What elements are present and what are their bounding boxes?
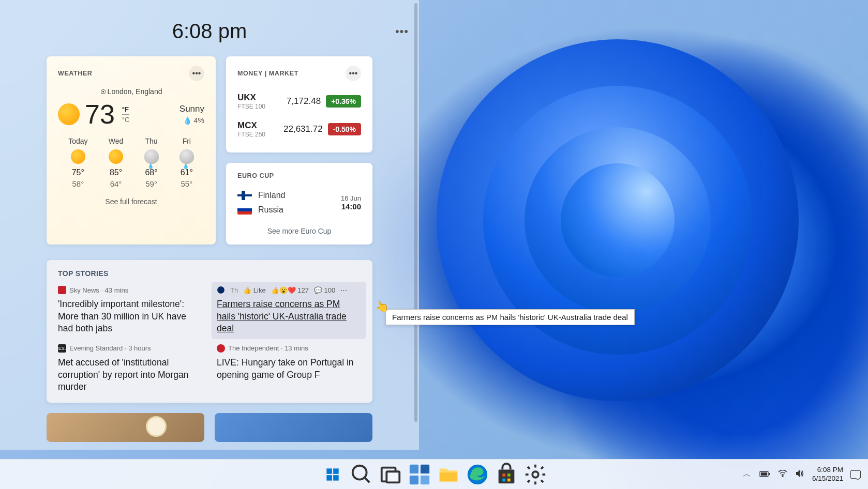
weather-title: WEATHER bbox=[58, 70, 92, 77]
svg-rect-11 bbox=[421, 475, 429, 484]
svg-rect-14 bbox=[499, 469, 515, 483]
current-temp: 73 bbox=[85, 101, 115, 128]
svg-rect-1 bbox=[333, 468, 339, 474]
svg-rect-16 bbox=[507, 473, 511, 477]
story-headline: Met accused of 'institutional corruption… bbox=[58, 357, 202, 393]
panel-menu-button[interactable]: ••• bbox=[395, 25, 409, 38]
forecast-day[interactable]: Wed85°64° bbox=[109, 137, 124, 188]
weather-condition: Sunny 💧 4% bbox=[179, 104, 204, 125]
svg-rect-17 bbox=[502, 478, 505, 481]
news-story[interactable]: The Independent · 13 minsLIVE: Hungary t… bbox=[217, 344, 361, 393]
start-button[interactable] bbox=[321, 463, 345, 486]
svg-line-5 bbox=[365, 477, 370, 482]
svg-rect-8 bbox=[410, 464, 418, 473]
svg-rect-10 bbox=[410, 475, 418, 484]
weather-more-button[interactable]: ••• bbox=[189, 66, 204, 81]
news-story[interactable]: Sky News · 43 mins'Incredibly important … bbox=[58, 286, 202, 335]
money-widget[interactable]: MONEY | MARKET ••• UKXFTSE 100 7,172.48+… bbox=[226, 56, 372, 152]
news-title: TOP STORIES bbox=[58, 269, 361, 278]
svg-point-4 bbox=[353, 465, 367, 479]
weather-widget[interactable]: WEATHER ••• London, England 73 °F °C Sun… bbox=[47, 56, 216, 244]
task-view-button[interactable] bbox=[379, 463, 402, 486]
taskbar-clock[interactable]: 6:08 PM 6/15/2021 bbox=[812, 466, 843, 483]
team-row: Finland bbox=[237, 191, 285, 200]
team-row: Russia bbox=[237, 205, 285, 215]
store-button[interactable] bbox=[495, 463, 518, 486]
news-image-tile[interactable] bbox=[215, 413, 372, 442]
sports-widget[interactable]: EURO CUP Finland Russia 16 Jun 14:00 See… bbox=[226, 163, 372, 244]
news-story[interactable]: ES. Evening Standard · 3 hoursMet accuse… bbox=[58, 344, 202, 393]
sports-more-link[interactable]: See more Euro Cup bbox=[237, 227, 361, 235]
svg-rect-12 bbox=[440, 472, 458, 481]
money-more-button[interactable]: ••• bbox=[346, 66, 361, 81]
news-image-tile[interactable] bbox=[47, 413, 204, 442]
source-badge-icon bbox=[217, 286, 225, 294]
weather-location: London, England bbox=[58, 87, 204, 96]
rain-icon bbox=[144, 149, 159, 164]
svg-rect-18 bbox=[507, 478, 511, 481]
svg-point-23 bbox=[782, 476, 783, 477]
panel-clock: 6:08 pm ••• bbox=[47, 20, 372, 43]
source-badge-icon bbox=[217, 344, 225, 353]
search-button[interactable] bbox=[350, 463, 373, 486]
settings-button[interactable] bbox=[523, 463, 547, 486]
full-forecast-link[interactable]: See full forecast bbox=[58, 197, 204, 206]
scrollbar[interactable] bbox=[414, 3, 417, 422]
comments-count[interactable]: 💬 100 bbox=[314, 286, 335, 294]
source-badge-icon bbox=[58, 286, 66, 294]
news-story[interactable]: Th 👍 Like 👍😮❤️ 127 💬 100 ⋯ Farmers raise… bbox=[212, 282, 366, 339]
story-more-button[interactable]: ⋯ bbox=[340, 286, 347, 294]
money-title: MONEY | MARKET bbox=[237, 70, 298, 77]
link-tooltip: Farmers raise concerns as PM hails 'hist… bbox=[385, 309, 635, 325]
match-time: 16 Jun 14:00 bbox=[341, 194, 361, 211]
top-stories-widget[interactable]: TOP STORIES Sky News · 43 mins'Incredibl… bbox=[47, 260, 372, 403]
flag-finland-icon bbox=[237, 191, 252, 200]
like-button[interactable]: 👍 Like bbox=[243, 286, 265, 294]
svg-rect-9 bbox=[421, 464, 429, 473]
sun-icon bbox=[58, 103, 80, 125]
flag-russia-icon bbox=[237, 205, 252, 215]
svg-rect-21 bbox=[761, 472, 767, 476]
sun-icon bbox=[71, 149, 85, 164]
sun-icon bbox=[109, 149, 123, 164]
forecast-day[interactable]: Thu68°59° bbox=[144, 137, 159, 188]
svg-rect-7 bbox=[386, 471, 399, 482]
forecast-day[interactable]: Today75°58° bbox=[68, 137, 87, 188]
svg-rect-22 bbox=[769, 473, 770, 475]
battery-icon[interactable] bbox=[759, 470, 770, 479]
file-explorer-button[interactable] bbox=[437, 463, 460, 486]
reactions-count[interactable]: 👍😮❤️ 127 bbox=[271, 286, 309, 294]
widgets-panel: 6:08 pm ••• WEATHER ••• London, England … bbox=[0, 0, 419, 450]
edge-button[interactable] bbox=[466, 463, 489, 486]
svg-point-19 bbox=[532, 471, 538, 478]
tray-chevron-icon[interactable]: ︿ bbox=[743, 469, 751, 480]
widgets-button[interactable] bbox=[408, 463, 431, 486]
svg-rect-3 bbox=[333, 475, 339, 481]
volume-icon[interactable] bbox=[796, 469, 805, 480]
stock-row[interactable]: UKXFTSE 100 7,172.48+0.36% bbox=[237, 87, 361, 115]
notifications-button[interactable] bbox=[850, 470, 861, 479]
stock-row[interactable]: MCXFTSE 250 22,631.72-0.50% bbox=[237, 115, 361, 143]
sports-title: EURO CUP bbox=[237, 172, 274, 179]
story-headline: LIVE: Hungary take on Portugal in openin… bbox=[217, 357, 361, 381]
forecast-day[interactable]: Fri61°55° bbox=[179, 137, 194, 188]
source-badge-icon: ES. bbox=[58, 344, 66, 353]
svg-rect-0 bbox=[326, 468, 332, 474]
story-headline: Farmers raise concerns as PM hails 'hist… bbox=[217, 298, 361, 335]
temp-unit-toggle[interactable]: °F °C bbox=[122, 105, 130, 124]
wifi-icon[interactable] bbox=[778, 470, 787, 479]
svg-rect-15 bbox=[502, 473, 505, 477]
svg-rect-2 bbox=[326, 475, 332, 481]
story-headline: 'Incredibly important milestone': More t… bbox=[58, 298, 202, 335]
rain-icon bbox=[179, 149, 194, 164]
taskbar: ︿ 6:08 PM 6/15/2021 bbox=[0, 459, 868, 489]
